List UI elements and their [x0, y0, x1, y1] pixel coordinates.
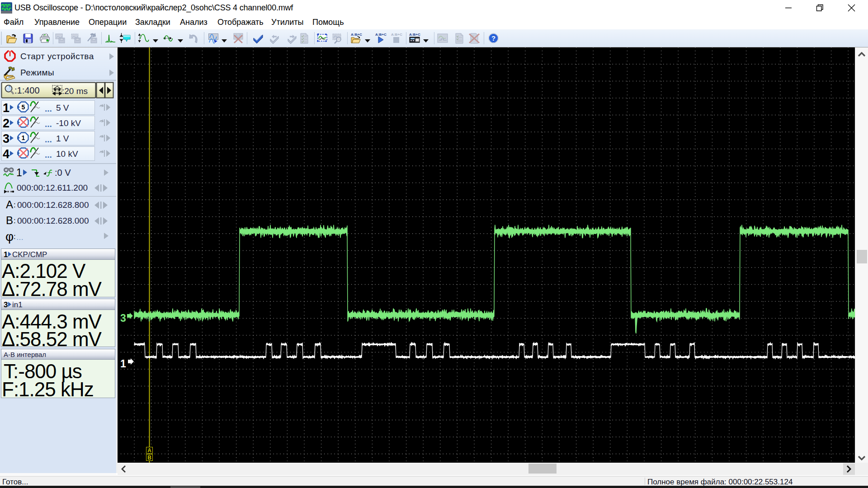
svg-text:Δ:72.78 mV: Δ:72.78 mV: [2, 278, 102, 300]
svg-text:5 V: 5 V: [56, 103, 69, 113]
svg-text::20 ms: :20 ms: [62, 86, 88, 96]
svg-text:1: 1: [3, 101, 9, 115]
svg-text:1: 1: [22, 134, 25, 141]
svg-text::: :: [14, 201, 16, 209]
svg-text:CKP/CMP: CKP/CMP: [12, 250, 47, 259]
svg-text::0 V: :0 V: [55, 168, 71, 178]
svg-text:...: ...: [45, 119, 52, 129]
svg-text:...: ...: [45, 150, 52, 160]
svg-text:A:B+C: A:B+C: [351, 33, 362, 37]
svg-text:4: 4: [3, 147, 9, 161]
svg-text:-10 kV: -10 kV: [56, 118, 81, 128]
svg-text:000:00:12.628.000: 000:00:12.628.000: [17, 216, 89, 225]
svg-text:1: 1: [120, 358, 126, 370]
svg-text:10 kV: 10 kV: [56, 149, 78, 159]
svg-text:...: ...: [45, 135, 52, 144]
svg-text:2: 2: [3, 117, 9, 130]
svg-text:in1: in1: [12, 300, 23, 309]
svg-text:B: B: [6, 214, 13, 226]
svg-text:B: B: [147, 455, 151, 461]
svg-text:F:1.25 kHz: F:1.25 kHz: [2, 378, 94, 400]
svg-text:1: 1: [4, 250, 8, 259]
svg-text:?: ?: [491, 34, 495, 42]
svg-text:3: 3: [120, 312, 126, 324]
svg-text:000:00:12.611.200: 000:00:12.611.200: [17, 183, 88, 192]
svg-text:A-B интервал: A-B интервал: [4, 351, 46, 358]
svg-text:A:B+C: A:B+C: [375, 33, 387, 37]
svg-text::: :: [14, 216, 16, 225]
svg-text::1:400: :1:400: [14, 85, 40, 95]
svg-text:000:00:12.628.800: 000:00:12.628.800: [17, 200, 89, 210]
svg-text:Старт устройства: Старт устройства: [20, 52, 94, 61]
svg-text:Δ:58.52 mV: Δ:58.52 mV: [2, 328, 102, 350]
svg-text:1 V: 1 V: [56, 134, 69, 143]
svg-text:A: A: [6, 198, 13, 211]
svg-text:1: 1: [16, 167, 22, 178]
svg-text::: :: [14, 232, 16, 241]
svg-text:3: 3: [4, 300, 8, 309]
svg-text:5: 5: [22, 103, 25, 111]
svg-text:3: 3: [3, 132, 9, 145]
svg-text:Режимы: Режимы: [20, 68, 54, 77]
svg-text:A:B+C: A:B+C: [409, 33, 420, 37]
svg-text:A:B+C: A:B+C: [391, 33, 402, 37]
svg-text:...: ...: [45, 104, 52, 113]
svg-text:...: ...: [16, 232, 24, 242]
svg-text:A: A: [147, 447, 151, 454]
svg-text:φ: φ: [5, 230, 14, 244]
